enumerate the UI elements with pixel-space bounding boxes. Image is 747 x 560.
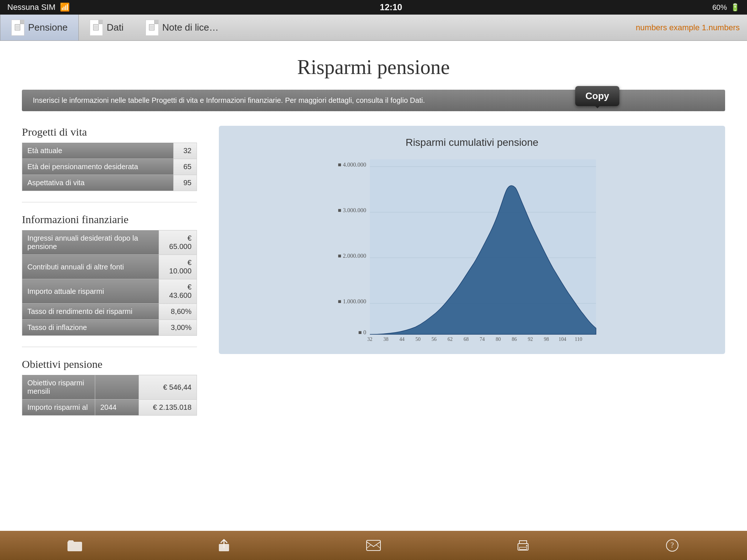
table-row: Importo attuale risparmi€ 43.600 (22, 279, 197, 304)
obiettivi-table: Obiettivo risparmi mensili€ 546,44Import… (22, 375, 197, 416)
help-button[interactable]: ? (661, 534, 683, 556)
left-column: Progetti di vita Età attuale32Età dei pe… (22, 126, 197, 427)
row-value: 3,00% (159, 320, 197, 336)
row-value: 65 (174, 159, 197, 175)
svg-text:104: 104 (559, 337, 566, 342)
row-value: € 43.600 (159, 279, 197, 304)
svg-text:98: 98 (544, 337, 549, 342)
svg-text:?: ? (671, 541, 674, 549)
status-right: 60% 🔋 (712, 3, 740, 12)
chart-title: Risparmi cumulativi pensione (226, 137, 718, 148)
info-banner-text: Inserisci le informazioni nelle tabelle … (33, 96, 425, 104)
tab-dati[interactable]: Dati (79, 15, 134, 40)
row-label: Età dei pensionamento desiderata (22, 159, 174, 175)
row-value: € 65.000 (159, 230, 197, 255)
tab-dati-icon (90, 20, 103, 36)
table-row: Tasso di inflazione3,00% (22, 320, 197, 336)
table-row: Aspettativa di vita95 (22, 175, 197, 191)
row-label: Età attuale (22, 143, 174, 159)
table-row: Obiettivo risparmi mensili€ 546,44 (22, 375, 197, 400)
separator-2 (22, 347, 197, 347)
row-value: 8,60% (159, 304, 197, 320)
status-bar: Nessuna SIM 📶 12:10 60% 🔋 (0, 0, 747, 15)
row-label: Importo risparmi al (22, 400, 95, 416)
row-value: 95 (174, 175, 197, 191)
chart-wrapper: ■ 4.000.000 ■ 3.000.000 ■ 2.000.000 ■ 1.… (226, 156, 718, 347)
svg-line-39 (367, 545, 371, 548)
tab-pensione[interactable]: Pensione (0, 15, 79, 40)
row-label: Aspettativa di vita (22, 175, 174, 191)
table-row: Tasso di rendimento dei risparmi8,60% (22, 304, 197, 320)
folder-button[interactable] (64, 534, 86, 556)
progetti-table: Età attuale32Età dei pensionamento desid… (22, 143, 197, 191)
svg-line-40 (376, 545, 380, 548)
finanziarie-title: Informazioni finanziarie (22, 213, 197, 226)
row-label: Contributi annuali di altre fonti (22, 255, 159, 279)
svg-text:74: 74 (480, 337, 485, 342)
share-button[interactable] (213, 534, 235, 556)
row-label: Importo attuale risparmi (22, 279, 159, 304)
chart-container: Risparmi cumulativi pensione ■ 4.000.000… (219, 126, 725, 354)
row-col2 (95, 375, 139, 400)
progetti-title: Progetti di vita (22, 126, 197, 138)
carrier-label: Nessuna SIM (7, 3, 55, 12)
svg-text:44: 44 (399, 337, 405, 342)
svg-text:■ 3.000.000: ■ 3.000.000 (338, 207, 366, 213)
svg-text:80: 80 (496, 337, 501, 342)
tab-note[interactable]: Note di lice… (135, 15, 230, 40)
row-label: Tasso di inflazione (22, 320, 159, 336)
svg-text:■ 1.000.000: ■ 1.000.000 (338, 298, 366, 304)
svg-text:92: 92 (528, 337, 533, 342)
email-button[interactable] (363, 534, 384, 556)
two-column-layout: Progetti di vita Età attuale32Età dei pe… (22, 126, 725, 427)
svg-text:■ 0: ■ 0 (358, 329, 366, 335)
table-row: Ingressi annuali desiderati dopo la pens… (22, 230, 197, 255)
row-label: Tasso di rendimento dei risparmi (22, 304, 159, 320)
separator-1 (22, 202, 197, 202)
row-label: Ingressi annuali desiderati dopo la pens… (22, 230, 159, 255)
info-banner: Inserisci le informazioni nelle tabelle … (22, 90, 725, 111)
tab-pensione-icon (11, 20, 24, 36)
svg-text:56: 56 (431, 337, 437, 342)
bottom-bar: ? (0, 531, 747, 560)
svg-text:86: 86 (512, 337, 517, 342)
tab-bar: Pensione Dati Note di lice… numbers exam… (0, 15, 747, 41)
table-row: Importo risparmi al2044€ 2.135.018 (22, 400, 197, 416)
tab-note-icon (146, 20, 159, 36)
svg-rect-38 (367, 540, 380, 551)
row-col2: 2044 (95, 400, 139, 416)
battery-icon: 🔋 (731, 3, 740, 12)
svg-text:■ 4.000.000: ■ 4.000.000 (338, 162, 366, 168)
svg-point-43 (526, 545, 527, 547)
svg-text:38: 38 (383, 337, 388, 342)
row-value: 32 (174, 143, 197, 159)
right-column: Risparmi cumulativi pensione ■ 4.000.000… (219, 126, 725, 427)
svg-rect-42 (519, 547, 527, 549)
chart-svg: ■ 4.000.000 ■ 3.000.000 ■ 2.000.000 ■ 1.… (226, 156, 718, 345)
main-content: Risparmi pensione Inserisci le informazi… (0, 41, 747, 531)
svg-text:110: 110 (575, 337, 582, 342)
table-row: Età dei pensionamento desiderata65 (22, 159, 197, 175)
copy-button[interactable]: Copy (575, 86, 619, 106)
obiettivi-title: Obiettivi pensione (22, 358, 197, 370)
row-value: € 10.000 (159, 255, 197, 279)
print-button[interactable] (512, 534, 534, 556)
svg-text:68: 68 (464, 337, 469, 342)
filename-label: numbers example 1.numbers (636, 23, 740, 32)
row-label: Obiettivo risparmi mensili (22, 375, 95, 400)
wifi-icon: 📶 (60, 3, 70, 12)
row-value: € 546,44 (139, 375, 197, 400)
status-left: Nessuna SIM 📶 (7, 3, 70, 12)
svg-text:■ 2.000.000: ■ 2.000.000 (338, 253, 366, 259)
tab-pensione-label: Pensione (28, 22, 67, 33)
row-value: € 2.135.018 (139, 400, 197, 416)
svg-text:50: 50 (415, 337, 421, 342)
table-row: Età attuale32 (22, 143, 197, 159)
page-title: Risparmi pensione (22, 55, 725, 79)
tab-note-label: Note di lice… (162, 22, 219, 33)
finanziarie-table: Ingressi annuali desiderati dopo la pens… (22, 230, 197, 336)
tab-dati-label: Dati (107, 22, 123, 33)
battery-label: 60% (712, 3, 727, 12)
table-row: Contributi annuali di altre fonti€ 10.00… (22, 255, 197, 279)
time-label: 12:10 (380, 2, 402, 12)
